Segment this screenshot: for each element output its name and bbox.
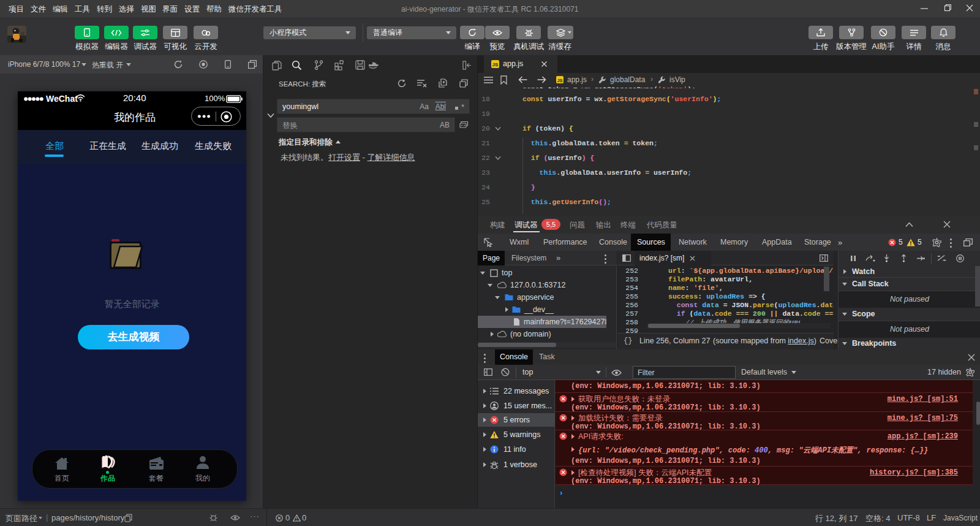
svg-text:JS: JS	[492, 62, 499, 67]
svg-text:JS: JS	[557, 78, 562, 83]
